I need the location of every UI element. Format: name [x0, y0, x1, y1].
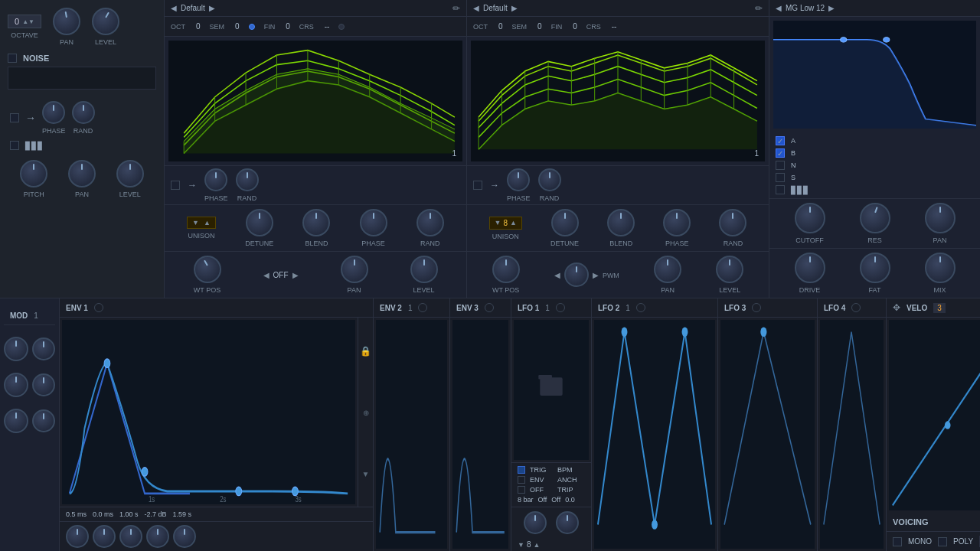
osc2-prev-btn[interactable]: ◀ [473, 4, 479, 12]
mod-knob1-k[interactable] [4, 337, 28, 361]
osc1-rand-knob[interactable] [236, 168, 259, 191]
filter-cutoff-knob[interactable] [795, 203, 825, 233]
filter-check-a[interactable]: ✓ [776, 136, 785, 145]
osc1-unison-down[interactable]: ▼ [192, 219, 199, 227]
osc2-pan-knob[interactable] [654, 256, 681, 283]
osc2-detune-knob[interactable] [551, 209, 579, 236]
env1-bk5-knob[interactable] [173, 525, 196, 548]
lfo1-sub-arrow-up[interactable]: ▲ [533, 541, 540, 549]
svg-point-41 [945, 421, 951, 429]
lfo1-bpm-val: BPM [557, 466, 573, 474]
filter-next-btn[interactable]: ▶ [828, 4, 835, 12]
mod-knob2-k[interactable] [4, 373, 28, 397]
mod-knob3-k[interactable] [4, 409, 28, 433]
osc1-right-arrow[interactable]: ▶ [292, 271, 299, 279]
env1-bk1-knob[interactable] [66, 525, 89, 548]
rand-knob-left[interactable] [72, 101, 95, 124]
lfo1-bk2[interactable] [556, 511, 579, 534]
lfo1-trig-check[interactable] [518, 466, 525, 474]
osc2-edit-icon[interactable]: ✏ [755, 3, 763, 14]
osc2-wt-pos-knob[interactable] [492, 256, 520, 283]
move-icon[interactable]: ✥ [893, 302, 900, 313]
osc1-pan-knob[interactable] [341, 256, 368, 283]
env1-display: 1s 2s 3s [62, 320, 355, 504]
osc2-phase-knob[interactable] [507, 168, 530, 191]
osc1-phase-knob[interactable] [204, 168, 227, 191]
lfo2-display [594, 320, 715, 549]
osc1-edit-icon[interactable]: ✏ [452, 3, 460, 14]
osc2-left-arrow[interactable]: ◀ [554, 271, 560, 279]
filter-res-knob[interactable] [860, 203, 890, 233]
osc2-checkbox1[interactable] [473, 181, 482, 190]
osc1-wt-pos-knob[interactable] [194, 256, 221, 283]
mod-knobs [4, 337, 55, 361]
mod-small-k1[interactable] [32, 337, 55, 360]
osc1-unison-up[interactable]: ▲ [204, 219, 211, 227]
osc1-unison-selector[interactable]: ▼ ▲ [187, 217, 216, 229]
mod-small-k3[interactable] [32, 409, 55, 432]
mono-checkbox[interactable] [893, 537, 902, 546]
filter-check-lfo[interactable] [776, 185, 785, 194]
level-knob-2[interactable] [116, 160, 144, 187]
filter-pan-knob[interactable] [925, 203, 956, 233]
svg-text:1s: 1s [149, 494, 155, 504]
osc1-left-arrow[interactable]: ◀ [263, 271, 270, 279]
pan-knob[interactable] [53, 8, 80, 35]
poly-checkbox[interactable] [938, 537, 947, 546]
env1-bk3-knob[interactable] [119, 525, 142, 548]
osc2-phase-k-knob[interactable] [663, 209, 691, 236]
env1-bk4-knob[interactable] [146, 525, 169, 548]
osc1-off-group: ◀ OFF ▶ [263, 271, 299, 279]
noise-checkbox[interactable] [8, 54, 17, 63]
env1-title: ENV 1 [66, 304, 88, 312]
filter-check-s[interactable] [776, 173, 785, 182]
filter-mix-knob[interactable] [925, 253, 956, 283]
pan-knob-2[interactable] [68, 160, 96, 187]
filter-drive-knob[interactable] [795, 253, 825, 283]
osc-arrow-checkbox[interactable] [10, 113, 19, 122]
osc1-phase-k-knob[interactable] [360, 209, 387, 236]
env1-zoom-icon[interactable]: ⊕ [363, 409, 369, 417]
level-knob-group: LEVEL [92, 8, 119, 46]
velo-header: ✥ VELO 3 NOTE [887, 298, 980, 318]
filter-fat-knob[interactable] [860, 253, 890, 283]
osc2-detune-group: DETUNE [550, 209, 579, 247]
osc2-unison-selector[interactable]: ▼ 8 ▲ [489, 217, 522, 230]
lfo1-sub-arrow-down[interactable]: ▼ [518, 541, 524, 549]
env1-bk2-knob[interactable] [93, 525, 116, 548]
osc1-rand-k-knob[interactable] [416, 209, 444, 236]
osc2-blend-knob[interactable] [607, 209, 635, 236]
osc2-next-btn[interactable]: ▶ [511, 4, 518, 12]
osc1-detune-knob[interactable] [246, 209, 273, 236]
mod-small-k2[interactable] [32, 373, 55, 396]
osc2-unison-down[interactable]: ▼ [495, 219, 501, 227]
octave-box[interactable]: 0 ▲▼ [8, 15, 41, 28]
lfo-checkbox-left[interactable] [10, 141, 19, 150]
osc1-checkbox1[interactable] [171, 181, 180, 190]
osc1-mesh-svg [168, 41, 462, 161]
osc2-rand-knob[interactable] [538, 168, 561, 191]
osc2-rand-k-knob[interactable] [719, 209, 746, 236]
phase-knob-left[interactable] [42, 101, 65, 124]
lfo1-off-check[interactable] [518, 486, 525, 494]
env1-lock-icon[interactable]: 🔒 [360, 346, 371, 357]
filter-check-b[interactable]: ✓ [776, 148, 785, 158]
osc2-unison-row: ▼ 8 ▲ UNISON DETUNE BLEND PHASE [467, 204, 769, 251]
osc1-next-btn[interactable]: ▶ [209, 4, 215, 12]
osc2-pwm-knob[interactable] [564, 262, 589, 287]
pitch-knob[interactable] [20, 160, 47, 187]
osc2-right-arrow[interactable]: ▶ [593, 271, 599, 279]
osc1-prev-btn[interactable]: ◀ [171, 4, 177, 12]
level-knob[interactable] [92, 8, 119, 35]
lfo1-bk1[interactable] [524, 511, 547, 534]
osc2-unison-up[interactable]: ▲ [510, 219, 517, 227]
filter-check-n[interactable] [776, 161, 785, 170]
osc1-blend-knob[interactable] [302, 209, 330, 236]
env1-scroll-icon[interactable]: ▼ [361, 470, 370, 478]
osc2-level-knob[interactable] [716, 256, 743, 283]
osc1-level-knob[interactable] [410, 256, 438, 283]
lfo1-num: 1 [545, 304, 550, 312]
filter-prev-btn[interactable]: ◀ [776, 4, 782, 12]
osc1-pan-group: PAN [341, 256, 368, 294]
lfo1-env-check[interactable] [518, 476, 525, 484]
